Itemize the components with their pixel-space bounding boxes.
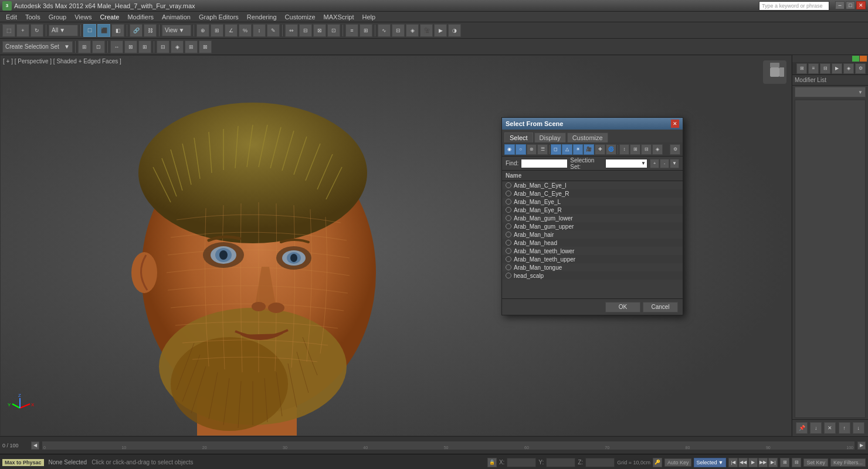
play-btn[interactable]: ▶ <box>748 458 758 467</box>
list-item[interactable]: Arab_Man_Eye_R <box>502 206 683 214</box>
layer-manager-btn[interactable]: ≡ <box>345 24 358 37</box>
tb2-btn9[interactable]: ⊠ <box>199 40 212 53</box>
crossing-btn[interactable]: ◧ <box>111 24 124 37</box>
percent-snap-btn[interactable]: % <box>239 24 252 37</box>
tb2-btn7[interactable]: ◈ <box>171 40 184 53</box>
max-to-physac[interactable]: Max to Physac <box>2 459 44 466</box>
rp-delete-btn[interactable]: ✕ <box>824 422 836 434</box>
key-filters-btn[interactable]: Key Filters... <box>830 458 866 467</box>
tb2-btn4[interactable]: ⊠ <box>124 40 137 53</box>
rp-motion-icon[interactable]: ▶ <box>832 63 842 74</box>
list-item[interactable]: head_scalp <box>502 271 683 280</box>
snap2d-btn[interactable]: ⊞ <box>211 24 223 37</box>
tb2-btn3[interactable]: ↔ <box>110 40 123 53</box>
dt-geo-btn[interactable]: ◻ <box>551 144 561 155</box>
dialog-object-list[interactable]: Arab_Man_C_Eye_l Arab_Man_C_Eye_R Arab_M… <box>502 181 683 298</box>
menu-item-create[interactable]: Create <box>96 13 123 21</box>
timeline-scroll-left[interactable]: ◀ <box>31 441 39 450</box>
menu-item-tools[interactable]: Tools <box>22 13 44 21</box>
menu-item-modifiers[interactable]: Modifiers <box>124 13 157 21</box>
scene-explorer-btn[interactable]: ⊞ <box>360 24 372 37</box>
dt-light-btn[interactable]: ☀ <box>573 144 584 155</box>
list-item[interactable]: Arab_Man_Eye_L <box>502 198 683 206</box>
render-btn[interactable]: ▶ <box>434 24 447 37</box>
selected-dropdown[interactable]: Selected ▼ <box>694 458 726 467</box>
prev-key-btn[interactable]: ◀◀ <box>738 458 748 467</box>
minimize-btn[interactable]: – <box>835 1 845 9</box>
sel-set-config-btn[interactable]: ▼ <box>670 159 679 168</box>
select-filter-btn[interactable]: ☐ <box>83 24 96 37</box>
dialog-titlebar[interactable]: Select From Scene ✕ <box>502 118 683 130</box>
go-to-start-btn[interactable]: ⊞ <box>780 458 789 467</box>
menu-item-edit[interactable]: Edit <box>2 13 21 21</box>
dt-configure-btn[interactable]: ⚙ <box>670 144 680 155</box>
dt-select-by-name[interactable]: ☰ <box>537 144 548 155</box>
rp-pin-btn[interactable]: 📌 <box>796 422 808 434</box>
list-item[interactable]: Arab_Man_gum_upper <box>502 222 683 230</box>
sel-set-dropdown[interactable]: ▼ <box>605 159 647 168</box>
dt-camera-btn[interactable]: 🎥 <box>584 144 594 155</box>
edit-named-sel-btn[interactable]: ✎ <box>267 24 280 37</box>
sel-set-minus-btn[interactable]: - <box>660 159 669 168</box>
move-tool-btn[interactable]: + <box>16 24 29 37</box>
material-editor-btn[interactable]: ◈ <box>406 24 419 37</box>
z-input[interactable] <box>585 458 615 467</box>
normal-align-btn[interactable]: ⊡ <box>327 24 340 37</box>
tb2-btn8[interactable]: ⊞ <box>185 40 198 53</box>
menu-item-group[interactable]: Group <box>45 13 70 21</box>
list-item[interactable]: Arab_Man_head <box>502 239 683 247</box>
tb2-btn5[interactable]: ⊞ <box>138 40 151 53</box>
tb2-btn2[interactable]: ⊡ <box>92 40 105 53</box>
unlink-btn[interactable]: ⛓ <box>144 24 157 37</box>
menu-item-animation[interactable]: Animation <box>158 13 194 21</box>
create-sel-set-dropdown[interactable]: Create Selection Set ▼ <box>2 41 73 53</box>
modifier-dropdown[interactable]: ▼ <box>795 87 866 97</box>
rp-hierarchy-icon[interactable]: ⊟ <box>820 63 830 74</box>
tab-customize[interactable]: Customize <box>567 132 608 142</box>
y-input[interactable] <box>546 458 575 467</box>
find-input[interactable] <box>521 159 568 168</box>
rp-create-icon[interactable]: ⊞ <box>796 63 807 74</box>
sel-set-add-btn[interactable]: + <box>650 159 659 168</box>
auto-key-btn[interactable]: Auto Key <box>664 458 692 467</box>
mode-dropdown[interactable]: All ▼ <box>49 25 78 36</box>
rotate-tool-btn[interactable]: ↻ <box>30 24 43 37</box>
rp-display-icon[interactable]: ◈ <box>843 63 854 74</box>
dt-none-btn[interactable]: ○ <box>516 144 526 155</box>
next-key-btn[interactable]: ▶▶ <box>758 458 768 467</box>
rp-insert-btn[interactable]: ↓ <box>810 422 822 434</box>
active-shade-btn[interactable]: ◑ <box>448 24 461 37</box>
rp-move-up-btn[interactable]: ↑ <box>839 422 850 434</box>
mirror-btn[interactable]: ⇔ <box>285 24 298 37</box>
go-to-end-btn[interactable]: ⊟ <box>792 458 801 467</box>
select-from-scene-dialog[interactable]: Select From Scene ✕ Select Display Custo… <box>501 117 683 315</box>
menu-item-graph-editors[interactable]: Graph Editors <box>195 13 242 21</box>
menu-item-rendering[interactable]: Rendering <box>243 13 280 21</box>
dt-invert-btn[interactable]: ⊗ <box>527 144 537 155</box>
spinner-snap-btn[interactable]: ↕ <box>253 24 266 37</box>
dt-hierarchy-btn[interactable]: ⊞ <box>630 144 640 155</box>
menu-item-maxscript[interactable]: MAXScript <box>320 13 358 21</box>
timeline-scroll-right[interactable]: ▶ <box>857 441 866 450</box>
tb2-btn6[interactable]: ⊟ <box>157 40 169 53</box>
prev-frame-btn[interactable]: |◀ <box>728 458 738 467</box>
set-key-btn[interactable]: Set Key <box>803 458 828 467</box>
snap-btn[interactable]: ⊕ <box>196 24 209 37</box>
dt-helper-btn[interactable]: ✚ <box>595 144 605 155</box>
curve-editor-btn[interactable]: ∿ <box>378 24 391 37</box>
dt-influence-btn[interactable]: ◈ <box>652 144 663 155</box>
maximize-btn[interactable]: □ <box>846 1 855 9</box>
list-item[interactable]: Arab_Man_gum_lower <box>502 214 683 222</box>
key-lock-icon[interactable]: 🔑 <box>653 458 662 467</box>
list-item[interactable]: Arab_Man_tongue <box>502 263 683 271</box>
dt-all-btn[interactable]: ◉ <box>504 144 515 155</box>
menu-item-customize[interactable]: Customize <box>282 13 319 21</box>
view-dropdown[interactable]: View ▼ <box>162 25 191 36</box>
rp-utils-icon[interactable]: ⚙ <box>855 63 866 74</box>
tab-select[interactable]: Select <box>504 132 533 142</box>
angle-snap-btn[interactable]: ∠ <box>225 24 238 37</box>
tab-display[interactable]: Display <box>534 132 566 142</box>
select-region-btn[interactable]: ⬛ <box>97 24 110 37</box>
ok-button[interactable]: OK <box>605 302 640 312</box>
timeline-track[interactable]: 0 10 20 30 40 50 60 70 80 90 100 <box>42 441 855 450</box>
